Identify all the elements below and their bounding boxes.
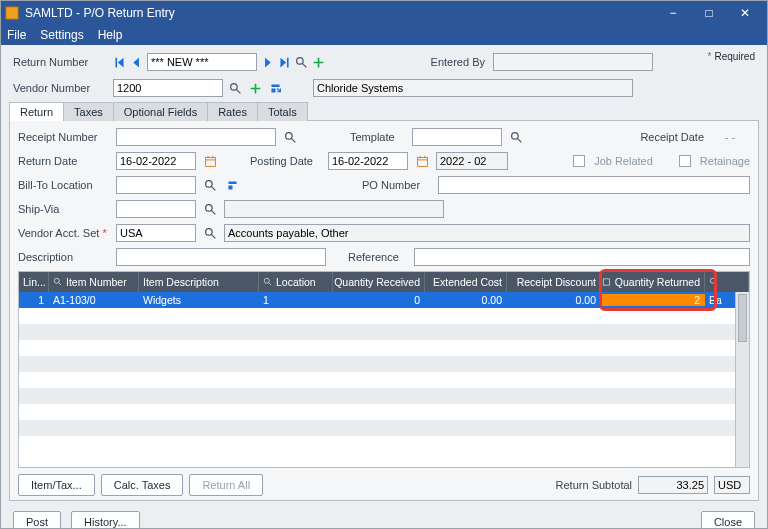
posting-date-input[interactable]: [328, 152, 408, 170]
cell-item-description: Widgets: [139, 294, 259, 306]
billto-input[interactable]: [116, 176, 196, 194]
fiscal-period-display: [436, 152, 508, 170]
receipt-number-input[interactable]: [116, 128, 276, 146]
entered-by-input: [493, 53, 653, 71]
nav-first-icon[interactable]: [113, 54, 126, 70]
cell-qty-received: 0: [333, 294, 425, 306]
nav-next-icon[interactable]: [261, 54, 274, 70]
return-number-finder-icon[interactable]: [295, 54, 308, 70]
posting-date-calendar-icon[interactable]: [414, 153, 430, 169]
required-note: Required: [708, 51, 756, 62]
vendor-acct-set-label: Vendor Acct. Set *: [18, 227, 110, 239]
title-bar: SAMLTD - P/O Return Entry − □ ✕: [1, 1, 767, 25]
return-all-button[interactable]: Return All: [189, 474, 263, 496]
cell-line: 1: [19, 294, 49, 306]
tab-return[interactable]: Return: [9, 102, 64, 121]
svg-line-22: [211, 234, 215, 238]
po-number-input[interactable]: [438, 176, 750, 194]
col-qty-received[interactable]: Quantity Received: [333, 272, 425, 292]
return-date-calendar-icon[interactable]: [202, 153, 218, 169]
svg-line-29: [715, 283, 718, 286]
retainage-label: Retainage: [700, 155, 750, 167]
detail-grid[interactable]: Lin... Item Number Item Description Loca…: [18, 271, 750, 468]
return-subtotal-label: Return Subtotal: [556, 479, 632, 491]
shipvia-finder-icon[interactable]: [202, 201, 218, 217]
receipt-number-finder-icon[interactable]: [282, 129, 298, 145]
tab-optional-fields[interactable]: Optional Fields: [113, 102, 208, 121]
col-qty-returned[interactable]: Quantity Returned: [601, 272, 705, 292]
receipt-date-label: Receipt Date: [640, 131, 704, 143]
cell-receipt-discount: 0.00: [507, 294, 601, 306]
billto-zoom-icon[interactable]: [224, 177, 240, 193]
svg-point-7: [511, 132, 518, 139]
finder-icon: [709, 277, 719, 287]
svg-line-18: [211, 186, 215, 190]
vendor-number-label: Vendor Number: [13, 82, 113, 94]
shipvia-name-display: [224, 200, 444, 218]
vendor-number-new-icon[interactable]: [247, 80, 263, 96]
return-subtotal-value: [638, 476, 708, 494]
svg-point-23: [54, 278, 59, 283]
template-input[interactable]: [412, 128, 502, 146]
vendor-number-finder-icon[interactable]: [227, 80, 243, 96]
shipvia-input[interactable]: [116, 200, 196, 218]
reference-input[interactable]: [414, 248, 750, 266]
grid-vertical-scrollbar[interactable]: [735, 292, 749, 467]
col-extended-cost[interactable]: Extended Cost: [425, 272, 507, 292]
cell-qty-returned[interactable]: 2: [601, 294, 705, 306]
job-related-checkbox[interactable]: [573, 155, 585, 167]
vendor-acct-set-input[interactable]: [116, 224, 196, 242]
return-number-input[interactable]: [147, 53, 257, 71]
description-input[interactable]: [116, 248, 326, 266]
calc-taxes-button[interactable]: Calc. Taxes: [101, 474, 184, 496]
nav-last-icon[interactable]: [278, 54, 291, 70]
menu-help[interactable]: Help: [98, 28, 123, 42]
col-item-description[interactable]: Item Description: [139, 272, 259, 292]
return-subtotal-currency: [714, 476, 750, 494]
menu-settings[interactable]: Settings: [40, 28, 83, 42]
return-date-label: Return Date: [18, 155, 110, 167]
menu-file[interactable]: File: [7, 28, 26, 42]
svg-line-6: [291, 138, 295, 142]
maximize-button[interactable]: □: [691, 1, 727, 25]
window-close-button[interactable]: ✕: [727, 1, 763, 25]
billto-finder-icon[interactable]: [202, 177, 218, 193]
tab-taxes[interactable]: Taxes: [63, 102, 114, 121]
vendor-number-input[interactable]: [113, 79, 223, 97]
vendor-acct-set-finder-icon[interactable]: [202, 225, 218, 241]
vendor-name-display: [313, 79, 633, 97]
col-line[interactable]: Lin...: [19, 272, 49, 292]
tab-rates[interactable]: Rates: [207, 102, 258, 121]
col-receipt-discount[interactable]: Receipt Discount: [507, 272, 601, 292]
cell-extended-cost: 0.00: [425, 294, 507, 306]
menu-bar: File Settings Help: [1, 25, 767, 45]
vendor-zoom-icon[interactable]: [267, 80, 283, 96]
tab-totals[interactable]: Totals: [257, 102, 308, 121]
retainage-checkbox[interactable]: [679, 155, 691, 167]
reference-label: Reference: [348, 251, 408, 263]
svg-rect-27: [603, 279, 609, 285]
grid-data-row[interactable]: 1 A1-103/0 Widgets 1 0 0.00 0.00 2 Ea: [19, 292, 749, 308]
tab-strip: Return Taxes Optional Fields Rates Total…: [9, 101, 759, 121]
svg-rect-0: [6, 7, 18, 19]
app-icon: [5, 6, 19, 20]
item-tax-button[interactable]: Item/Tax...: [18, 474, 95, 496]
grid-header-row: Lin... Item Number Item Description Loca…: [19, 272, 749, 292]
minimize-button[interactable]: −: [655, 1, 691, 25]
entered-by-label: Entered By: [431, 56, 485, 68]
svg-point-5: [285, 132, 292, 139]
col-item-number[interactable]: Item Number: [49, 272, 139, 292]
svg-line-2: [302, 63, 306, 67]
col-location[interactable]: Location: [259, 272, 333, 292]
template-finder-icon[interactable]: [508, 129, 524, 145]
return-date-input[interactable]: [116, 152, 196, 170]
history-button[interactable]: History...: [71, 511, 140, 529]
shipvia-label: Ship-Via: [18, 203, 110, 215]
post-button[interactable]: Post: [13, 511, 61, 529]
svg-point-25: [264, 278, 269, 283]
cell-item-number: A1-103/0: [49, 294, 139, 306]
close-button[interactable]: Close: [701, 511, 755, 529]
col-trailing[interactable]: [705, 272, 749, 292]
nav-prev-icon[interactable]: [130, 54, 143, 70]
finder-icon: [53, 277, 63, 287]
